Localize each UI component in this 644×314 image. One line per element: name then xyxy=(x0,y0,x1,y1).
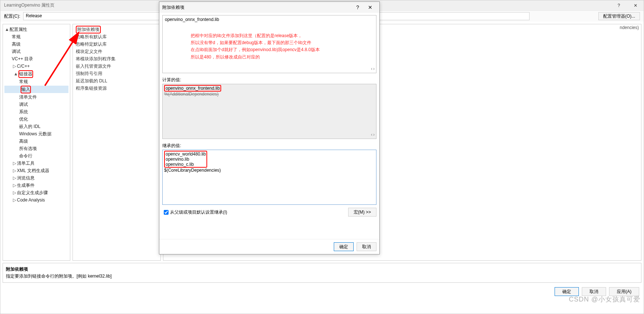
config-label: 配置(C): xyxy=(4,13,20,19)
dialog-close-icon[interactable]: ✕ xyxy=(364,2,376,13)
dialog-titlebar: 附加依赖项 ? ✕ xyxy=(159,2,379,13)
calc-values-box: openvino_onnx_frontend.lib %(AdditionalD… xyxy=(162,84,376,139)
prop-additional-deps[interactable]: 附加依赖项 xyxy=(73,26,160,33)
chevron-left-icon[interactable]: ‹ xyxy=(371,132,372,137)
tree-item[interactable]: ▷Code Analysis xyxy=(3,196,70,204)
chevron-left-icon[interactable]: ‹ xyxy=(371,66,372,71)
tree-linker-child[interactable]: 高级 xyxy=(3,138,70,145)
tree-linker-child[interactable]: 调试 xyxy=(3,101,70,108)
tree-linker[interactable]: ▲链接器 xyxy=(4,70,68,78)
tree-item[interactable]: ▷浏览信息 xyxy=(3,174,70,182)
tree-cc[interactable]: ▷C/C++ xyxy=(3,63,70,70)
window-title: LearningOpenvino 属性页 xyxy=(4,2,54,8)
inherit-row: 从父级或项目默认设置继承(I) 宏(M) >> xyxy=(162,208,376,217)
watermark: CSDN @小女孩真可爱 xyxy=(569,295,640,304)
inherited-highlight: opencv_world480.lib openvino.lib openvin… xyxy=(164,151,207,168)
property-tree[interactable]: ▲配置属性 常规 高级 调试 VC++ 目录 ▷C/C++ ▲链接器 常规 输入… xyxy=(3,24,70,261)
prop-row[interactable]: 模块定义文件 xyxy=(73,48,160,55)
tree-linker-child[interactable]: 系统 xyxy=(3,108,70,115)
partial-text: ndencies) xyxy=(620,25,639,30)
tree-linker-child[interactable]: 所有选项 xyxy=(3,145,70,152)
prop-row[interactable]: 强制符号引用 xyxy=(73,70,160,77)
tree-item[interactable]: 高级 xyxy=(3,40,70,48)
tree-item[interactable]: VC++ 目录 xyxy=(3,55,70,63)
dialog-body: openvino_onnx_frontend.lib 把框中对应的lib文件添加… xyxy=(159,13,379,239)
prop-row[interactable]: 忽略特定默认库 xyxy=(73,40,160,48)
inh-label: 继承的值: xyxy=(162,143,376,149)
close-icon[interactable]: ✕ xyxy=(627,0,644,11)
chevron-right-icon[interactable]: › xyxy=(373,132,375,137)
tree-linker-child[interactable]: 清单文件 xyxy=(3,93,70,101)
inherit-checkbox[interactable] xyxy=(164,210,169,215)
prop-row[interactable]: 将模块添加到程序集 xyxy=(73,55,160,63)
calc-label: 计算的值: xyxy=(162,77,376,83)
tree-linker-child[interactable]: 优化 xyxy=(3,115,70,123)
dialog-footer: 确定 取消 xyxy=(159,239,379,254)
prop-row[interactable]: 程序集链接资源 xyxy=(73,85,160,92)
desc-text: 指定要添加到链接命令行的附加项。[例如 kernel32.lib] xyxy=(6,273,638,279)
tree-item[interactable]: 常规 xyxy=(3,33,70,40)
properties-list: 附加依赖项 忽略所有默认库 忽略特定默认库 模块定义文件 将模块添加到程序集 嵌… xyxy=(72,24,161,261)
tree-item[interactable]: 调试 xyxy=(3,48,70,55)
tree-item[interactable]: ▷XML 文档生成器 xyxy=(3,167,70,174)
inherited-values-box: opencv_world480.lib openvino.lib openvin… xyxy=(162,150,376,205)
help-icon[interactable]: ? xyxy=(611,0,627,11)
dialog-help-icon[interactable]: ? xyxy=(351,2,364,13)
deps-editor[interactable]: openvino_onnx_frontend.lib 把框中对应的lib文件添加… xyxy=(162,15,376,73)
dialog-cancel-button[interactable]: 取消 xyxy=(357,242,376,251)
tree-root[interactable]: ▲配置属性 xyxy=(3,26,70,33)
inherited-value: $(CoreLibraryDependencies) xyxy=(164,168,375,173)
config-manager-button[interactable]: 配置管理器(O)... xyxy=(598,12,640,20)
chevron-right-icon[interactable]: › xyxy=(373,66,375,71)
tree-item[interactable]: ▷自定义生成步骤 xyxy=(3,189,70,196)
macro-button[interactable]: 宏(M) >> xyxy=(348,208,376,217)
desc-title: 附加依赖项 xyxy=(6,266,638,272)
calc-value-hl: openvino_onnx_frontend.lib xyxy=(164,85,221,92)
additional-deps-dialog: 附加依赖项 ? ✕ openvino_onnx_frontend.lib 把框中… xyxy=(159,1,380,254)
prop-row[interactable]: 延迟加载的 DLL xyxy=(73,77,160,85)
tree-linker-child[interactable]: Windows 元数据 xyxy=(3,130,70,138)
tree-linker-child[interactable]: 嵌入的 IDL xyxy=(3,123,70,130)
dialog-ok-button[interactable]: 确定 xyxy=(334,242,354,251)
calc-value: %(AdditionalDependencies) xyxy=(164,92,219,97)
tree-linker-input[interactable]: 输入 xyxy=(4,86,68,93)
tree-linker-child[interactable]: 常规 xyxy=(3,78,70,85)
dialog-title: 附加依赖项 xyxy=(162,4,184,11)
tree-linker-child[interactable]: 命令行 xyxy=(3,152,70,160)
prop-row[interactable]: 嵌入托管资源文件 xyxy=(73,63,160,70)
main-footer: 确定 取消 应用(A) xyxy=(0,285,644,298)
deps-editor-text: openvino_onnx_frontend.lib xyxy=(165,17,374,22)
tree-item[interactable]: ▷清单工具 xyxy=(3,160,70,167)
description-panel: 附加依赖项 指定要添加到链接命令行的附加项。[例如 kernel32.lib] xyxy=(3,263,641,283)
config-value: Release xyxy=(26,13,42,18)
tree-item[interactable]: ▷生成事件 xyxy=(3,182,70,189)
annotation-text: 把框中对应的lib文件添加到这里（配置的是release版本， 所以没有带d，如… xyxy=(165,32,374,61)
prop-row[interactable]: 忽略所有默认库 xyxy=(73,33,160,40)
inherit-label: 从父级或项目默认设置继承(I) xyxy=(170,209,227,215)
